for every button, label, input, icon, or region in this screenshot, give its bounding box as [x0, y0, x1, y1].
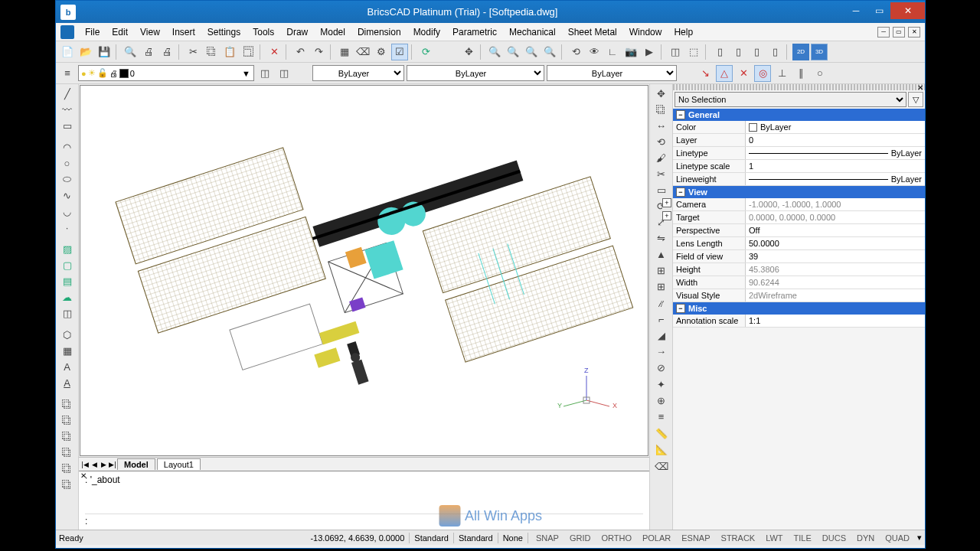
circle-icon[interactable]: ○ — [59, 155, 76, 171]
drawing-viewport[interactable]: X Y Z — [80, 85, 648, 456]
new-icon[interactable]: 📄 — [59, 44, 76, 60]
menu-tools[interactable]: Tools — [247, 24, 280, 40]
panel-grip[interactable]: ✕ — [673, 84, 925, 90]
status-std2[interactable]: Standard — [459, 533, 493, 543]
array2-icon[interactable]: ⊞ — [653, 279, 670, 294]
prop-lenslength[interactable]: Lens Length50.0000 — [673, 237, 925, 250]
toggle-grid[interactable]: GRID — [567, 533, 594, 543]
print-icon[interactable]: 🖨 — [140, 44, 157, 60]
statusbar-menu-icon[interactable]: ▾ — [917, 533, 922, 543]
prop-width[interactable]: Width90.6244 — [673, 276, 925, 289]
print-preview-icon[interactable]: 🔍 — [122, 44, 139, 60]
view-icon[interactable]: 👁 — [586, 44, 603, 60]
layer-prev-icon[interactable]: ◫ — [256, 65, 273, 82]
close-button[interactable]: ✕ — [890, 2, 925, 19]
box-icon[interactable]: ◫ — [667, 44, 684, 60]
open-icon[interactable]: 📂 — [77, 44, 94, 60]
copy-mod-icon[interactable]: ⿻ — [653, 102, 670, 117]
toggle-lwt[interactable]: LWT — [763, 533, 786, 543]
prop-layer[interactable]: Layer0 — [673, 134, 925, 147]
mirror-icon[interactable]: ⇋ — [653, 230, 670, 246]
publish-icon[interactable]: 🖨 — [158, 44, 175, 60]
extend-icon[interactable]: → — [653, 344, 670, 359]
app-menu-icon[interactable] — [60, 25, 74, 39]
render-icon[interactable]: 📷 — [622, 44, 639, 60]
prop-linetype[interactable]: LinetypeByLayer — [673, 147, 925, 160]
measure-icon[interactable]: 📏 — [653, 425, 670, 441]
align-icon[interactable]: ≡ — [653, 409, 670, 424]
toggle-dyn[interactable]: DYN — [854, 533, 877, 543]
rect-mod-icon[interactable]: ▭ — [653, 182, 670, 197]
line-icon[interactable]: ╱ — [59, 86, 76, 101]
prop-perspective[interactable]: PerspectiveOff — [673, 224, 925, 237]
undo-icon[interactable]: ↶ — [292, 44, 309, 60]
tab-nav-prev[interactable]: ◀ — [90, 461, 99, 468]
eraser-icon[interactable]: ⌫ — [653, 458, 670, 474]
menu-window[interactable]: Window — [623, 24, 668, 40]
stretch-icon[interactable]: ↔ — [653, 118, 670, 133]
mdi-close-button[interactable]: ✕ — [908, 27, 920, 37]
command-prompt[interactable]: : — [85, 514, 643, 527]
2d-mode-icon[interactable]: 2D — [792, 44, 809, 60]
menu-dimension[interactable]: Dimension — [351, 24, 407, 40]
prop-visualstyle[interactable]: Visual Style2dWireframe — [673, 289, 925, 302]
menu-modify[interactable]: Modify — [407, 24, 446, 40]
color-dropdown[interactable]: ByLayer — [312, 65, 404, 81]
group-general[interactable]: −General — [673, 109, 925, 121]
tool-icon[interactable]: ⚙ — [373, 44, 390, 60]
trim-icon[interactable]: ✂ — [653, 166, 670, 181]
prop-camera[interactable]: +Camera-1.0000, -1.0000, 1.0000 — [673, 198, 925, 211]
cmdline-close-icon[interactable]: ✕ — [80, 471, 87, 480]
region-icon[interactable]: ▤ — [59, 273, 76, 289]
prop-ltscale[interactable]: Linetype scale1 — [673, 160, 925, 173]
tab-nav-next[interactable]: ▶ — [99, 461, 108, 468]
status-none[interactable]: None — [503, 533, 523, 543]
layout2-icon[interactable]: ▯ — [730, 44, 746, 60]
copy2-icon[interactable]: ⿻ — [59, 396, 76, 412]
minimize-button[interactable]: ─ — [844, 2, 867, 19]
menu-draw[interactable]: Draw — [280, 24, 314, 40]
rotate-icon[interactable]: ⟲ — [653, 134, 670, 149]
group-view[interactable]: −View — [673, 186, 925, 198]
mdi-minimize-button[interactable]: ─ — [877, 27, 890, 37]
linetype-dropdown[interactable]: ByLayer — [407, 65, 544, 81]
orbit-icon[interactable]: ⟲ — [567, 44, 584, 60]
copy7-icon[interactable]: ⿻ — [59, 477, 76, 492]
arc2-icon[interactable]: ◡ — [59, 204, 76, 219]
group-misc[interactable]: −Misc — [673, 302, 925, 315]
selection-dropdown[interactable]: No Selection — [675, 92, 906, 107]
arc-icon[interactable]: ◠ — [59, 139, 76, 155]
menu-mechanical[interactable]: Mechanical — [503, 24, 562, 40]
copy4-icon[interactable]: ⿻ — [59, 429, 76, 444]
3d-mode-icon[interactable]: 3D — [811, 44, 828, 60]
menu-sheetmetal[interactable]: Sheet Metal — [562, 24, 623, 40]
redo-icon[interactable]: ↷ — [310, 44, 327, 60]
text-icon[interactable]: A — [59, 359, 76, 374]
mdi-restore-button[interactable]: ▭ — [893, 27, 905, 37]
break-icon[interactable]: ⊘ — [653, 360, 670, 375]
ellipse-icon[interactable]: ⬭ — [59, 171, 76, 187]
menu-insert[interactable]: Insert — [166, 24, 201, 40]
layer-manager-icon[interactable]: ≡ — [59, 65, 76, 82]
boundary-icon[interactable]: ▢ — [59, 257, 76, 272]
mirror2-icon[interactable]: ▲ — [653, 246, 670, 262]
menu-file[interactable]: File — [79, 24, 106, 40]
menu-help[interactable]: Help — [668, 24, 699, 40]
measure2-icon[interactable]: 📐 — [653, 442, 670, 457]
snap-perpendicular-icon[interactable]: ⊥ — [773, 65, 790, 82]
save-icon[interactable]: 💾 — [96, 44, 113, 60]
prop-color[interactable]: ColorByLayer — [673, 121, 925, 134]
rectangle-icon[interactable]: ▭ — [59, 118, 76, 133]
prop-lineweight[interactable]: LineweightByLayer — [673, 173, 925, 186]
menu-model[interactable]: Model — [314, 24, 351, 40]
copy5-icon[interactable]: ⿻ — [59, 445, 76, 460]
snap-midpoint-icon[interactable]: △ — [716, 65, 733, 82]
refresh-icon[interactable]: ⟳ — [417, 44, 434, 60]
toggle-ducs[interactable]: DUCS — [819, 533, 849, 543]
properties-icon[interactable]: ☑ — [391, 44, 408, 60]
prop-height[interactable]: Height45.3806 — [673, 263, 925, 276]
layout3-icon[interactable]: ▯ — [748, 44, 765, 60]
move-icon[interactable]: ✥ — [653, 86, 670, 101]
prop-fov[interactable]: Field of view39 — [673, 250, 925, 263]
menu-view[interactable]: View — [134, 24, 166, 40]
